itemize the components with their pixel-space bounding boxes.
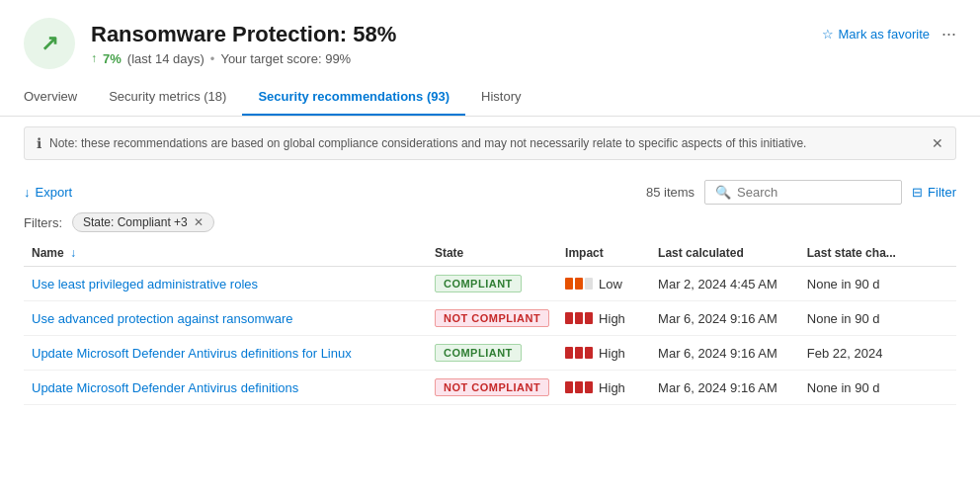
toolbar-right: 85 items 🔍 ⊟ Filter <box>646 180 956 205</box>
sort-arrow-icon: ↓ <box>70 246 76 260</box>
impact-bar <box>565 278 573 290</box>
notice-text: Note: these recommendations are based on… <box>49 136 806 150</box>
notice-bar: ℹ Note: these recommendations are based … <box>24 126 956 160</box>
notice-content: ℹ Note: these recommendations are based … <box>37 135 806 151</box>
tab-bar: Overview Security metrics (18) Security … <box>0 79 980 117</box>
state-badge: COMPLIANT <box>435 275 522 292</box>
toolbar: ↓ Export 85 items 🔍 ⊟ Filter <box>0 170 980 212</box>
table-body: Use least privileged administrative role… <box>24 267 956 405</box>
tab-overview[interactable]: Overview <box>24 79 93 116</box>
impact-label: High <box>599 346 625 361</box>
change-pct: 7% <box>103 51 122 66</box>
impact-cell: Low <box>565 277 642 291</box>
table-row: Update Microsoft Defender Antivirus defi… <box>24 336 956 371</box>
impact-bar <box>585 381 593 393</box>
impact-bars <box>565 381 593 393</box>
state-badge: NOT COMPLIANT <box>435 378 549 396</box>
last-state-change-value: None in 90 d <box>799 301 956 336</box>
search-input[interactable] <box>737 185 891 200</box>
header-right: ☆ Mark as favorite ··· <box>822 24 957 44</box>
col-header-last-calculated: Last calculated <box>650 240 799 267</box>
impact-cell: High <box>565 311 642 326</box>
tab-security-metrics[interactable]: Security metrics (18) <box>93 79 242 116</box>
title-area: Ransomware Protection: 58% ↑ 7% (last 14… <box>91 22 396 66</box>
impact-bars <box>565 278 593 290</box>
separator-dot: • <box>210 51 215 66</box>
col-last-calc-label: Last calculated <box>658 246 744 260</box>
impact-bar <box>575 278 583 290</box>
trend-up-icon: ↗ <box>41 31 58 56</box>
filter-tag-remove-button[interactable]: ✕ <box>194 215 204 229</box>
state-badge: NOT COMPLIANT <box>435 309 549 327</box>
col-header-state: State <box>427 240 557 267</box>
impact-bar <box>585 312 593 324</box>
impact-cell: High <box>565 380 642 395</box>
col-last-state-label: Last state cha... <box>807 246 896 260</box>
col-header-name[interactable]: Name ↓ <box>24 240 427 267</box>
recommendation-name-link[interactable]: Update Microsoft Defender Antivirus defi… <box>32 346 352 361</box>
table-row: Use least privileged administrative role… <box>24 267 956 301</box>
more-icon: ··· <box>941 24 956 43</box>
search-box[interactable]: 🔍 <box>704 180 902 205</box>
tab-history[interactable]: History <box>465 79 536 116</box>
col-impact-label: Impact <box>565 246 604 260</box>
impact-label: High <box>599 380 625 395</box>
col-state-label: State <box>435 246 463 260</box>
last-state-change-value: Feb 22, 2024 <box>799 336 956 371</box>
impact-bar <box>575 381 583 393</box>
col-header-last-state-change: Last state cha... <box>799 240 956 267</box>
table-row: Use advanced protection against ransomwa… <box>24 301 956 336</box>
col-header-impact: Impact <box>557 240 650 267</box>
impact-bar <box>585 347 593 359</box>
score-icon-circle: ↗ <box>24 18 75 69</box>
filter-label: Filter <box>928 185 956 200</box>
page-header: ↗ Ransomware Protection: 58% ↑ 7% (last … <box>0 0 980 69</box>
filter-tag-label: State: Compliant +3 <box>83 215 188 229</box>
last-calculated-value: Mar 2, 2024 4:45 AM <box>650 267 799 301</box>
impact-bars <box>565 347 593 359</box>
impact-bar <box>585 278 593 290</box>
favorite-button[interactable]: ☆ Mark as favorite <box>822 27 930 42</box>
more-options-button[interactable]: ··· <box>941 24 956 44</box>
info-icon: ℹ <box>37 135 41 151</box>
filters-row: Filters: State: Compliant +3 ✕ <box>0 212 980 240</box>
change-period: (last 14 days) <box>127 51 204 66</box>
recommendation-name-link[interactable]: Use least privileged administrative role… <box>32 277 258 291</box>
filter-tag-state: State: Compliant +3 ✕ <box>72 212 214 232</box>
page-title: Ransomware Protection: 58% <box>91 22 396 47</box>
header-left: ↗ Ransomware Protection: 58% ↑ 7% (last … <box>24 18 396 69</box>
toolbar-left: ↓ Export <box>24 185 72 200</box>
export-button[interactable]: ↓ Export <box>24 185 72 200</box>
recommendation-name-link[interactable]: Update Microsoft Defender Antivirus defi… <box>32 380 298 395</box>
filter-button[interactable]: ⊟ Filter <box>912 185 956 200</box>
last-calculated-value: Mar 6, 2024 9:16 AM <box>650 371 799 405</box>
last-state-change-value: None in 90 d <box>799 267 956 301</box>
export-icon: ↓ <box>24 185 31 200</box>
state-badge: COMPLIANT <box>435 344 522 362</box>
impact-bar <box>575 347 583 359</box>
table-header: Name ↓ State Impact Last calculated Last… <box>24 240 956 267</box>
search-icon: 🔍 <box>715 185 731 200</box>
recommendations-table-container: Name ↓ State Impact Last calculated Last… <box>0 240 980 405</box>
recommendations-table: Name ↓ State Impact Last calculated Last… <box>24 240 956 405</box>
impact-label: High <box>599 311 625 326</box>
notice-close-button[interactable]: ✕ <box>932 135 943 151</box>
impact-bar <box>565 381 573 393</box>
impact-label: Low <box>599 277 622 291</box>
impact-bars <box>565 312 593 324</box>
last-calculated-value: Mar 6, 2024 9:16 AM <box>650 301 799 336</box>
export-label: Export <box>36 185 73 200</box>
last-state-change-value: None in 90 d <box>799 371 956 405</box>
up-arrow-icon: ↑ <box>91 51 97 65</box>
tab-security-recommendations[interactable]: Security recommendations (93) <box>242 79 465 116</box>
favorite-label: Mark as favorite <box>839 27 930 42</box>
impact-bar <box>565 347 573 359</box>
table-row: Update Microsoft Defender Antivirus defi… <box>24 371 956 405</box>
recommendation-name-link[interactable]: Use advanced protection against ransomwa… <box>32 311 292 326</box>
subtitle-row: ↑ 7% (last 14 days) • Your target score:… <box>91 51 396 66</box>
filters-label: Filters: <box>24 215 62 230</box>
target-score: Your target score: 99% <box>220 51 351 66</box>
items-count: 85 items <box>646 185 694 200</box>
impact-bar <box>565 312 573 324</box>
impact-cell: High <box>565 346 642 361</box>
